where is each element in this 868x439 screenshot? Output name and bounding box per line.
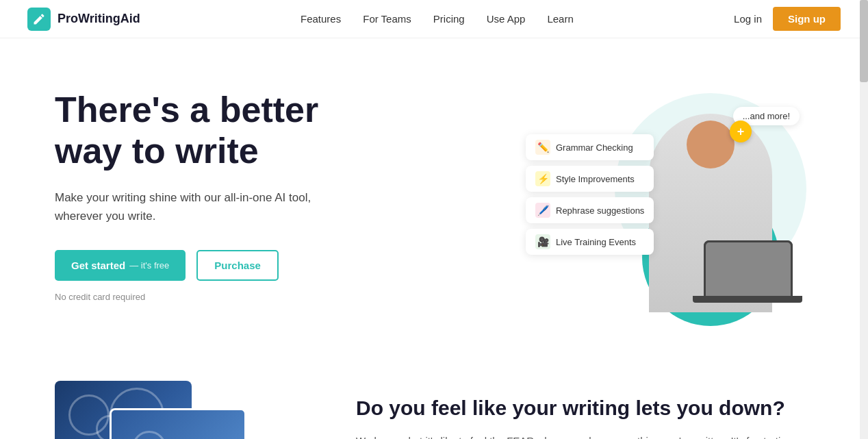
get-started-suffix: — it's free (129, 260, 169, 271)
rephrase-icon: 🖊️ (535, 203, 550, 218)
pill-style-label: Style Improvements (556, 174, 635, 184)
pill-live-label: Live Training Events (556, 237, 636, 247)
live-icon: 🎥 (535, 234, 550, 249)
laptop-screen (704, 240, 793, 299)
purchase-button[interactable]: Purchase (196, 250, 279, 281)
section2: My idea in my head Do you feel like your… (0, 340, 868, 439)
pill-live: 🎥 Live Training Events (526, 229, 654, 255)
pill-rephrase-label: Rephrase suggestions (556, 205, 644, 216)
pill-rephrase: 🖊️ Rephrase suggestions (526, 197, 654, 223)
login-link[interactable]: Log in (734, 13, 762, 25)
hero-title: There's a better way to write (55, 90, 342, 172)
logo-link[interactable]: ProWritingAid (27, 8, 140, 31)
logo-icon (27, 8, 51, 31)
swirl-front1 (132, 431, 166, 439)
no-credit-text: No credit card required (55, 292, 342, 302)
plus-badge: + (730, 121, 752, 142)
nav-for-teams[interactable]: For Teams (363, 13, 411, 25)
page-scrollbar[interactable] (860, 0, 868, 439)
pill-style: ⚡ Style Improvements (526, 166, 654, 192)
section2-body: We know what it's like to feel the FEAR … (356, 432, 813, 439)
feature-pills: ✏️ Grammar Checking ⚡ Style Improvements… (526, 134, 654, 255)
navbar: ProWritingAid Features For Teams Pricing… (0, 0, 868, 38)
nav-right: Log in Sign up (734, 7, 841, 31)
logo-svg (32, 12, 46, 26)
section2-title: Do you feel like your writing lets you d… (356, 394, 813, 421)
scrollbar-thumb[interactable] (860, 0, 868, 82)
nav-learn[interactable]: Learn (547, 13, 573, 25)
laptop-base (693, 296, 802, 303)
hero-content: There's a better way to write Make your … (55, 90, 342, 302)
style-icon: ⚡ (535, 171, 550, 186)
hero-buttons: Get started — it's free Purchase (55, 250, 342, 281)
hero-illustration: ...and more! + ✏️ Grammar Checking ⚡ Sty… (526, 79, 813, 312)
pill-grammar: ✏️ Grammar Checking (526, 134, 654, 160)
section2-text: Do you feel like your writing lets you d… (356, 381, 813, 439)
image-front (110, 408, 246, 439)
laptop-screen-inner (704, 240, 793, 299)
person-head (687, 121, 735, 168)
section2-images: My idea in my head (55, 381, 315, 439)
nav-use-app[interactable]: Use App (487, 13, 526, 25)
image-stack: My idea in my head (55, 381, 315, 439)
signup-button[interactable]: Sign up (773, 7, 841, 31)
hero-illustration-area: ...and more! + ✏️ Grammar Checking ⚡ Sty… (526, 79, 813, 312)
get-started-label: Get started (71, 260, 125, 271)
section2-text-line1: We know what it's like to feel the FEAR … (356, 435, 792, 439)
get-started-button[interactable]: Get started — it's free (55, 250, 186, 281)
logo-text: ProWritingAid (58, 12, 140, 26)
pill-grammar-label: Grammar Checking (556, 142, 633, 153)
hero-title-line1: There's a better (55, 90, 318, 129)
hero-title-line2: way to write (55, 131, 259, 171)
grammar-icon: ✏️ (535, 140, 550, 155)
hero-subtitle: Make your writing shine with our all-in-… (55, 188, 342, 225)
nav-pricing[interactable]: Pricing (433, 13, 465, 25)
hero-section: There's a better way to write Make your … (0, 38, 868, 340)
nav-links: Features For Teams Pricing Use App Learn (301, 13, 574, 25)
nav-features[interactable]: Features (301, 13, 341, 25)
